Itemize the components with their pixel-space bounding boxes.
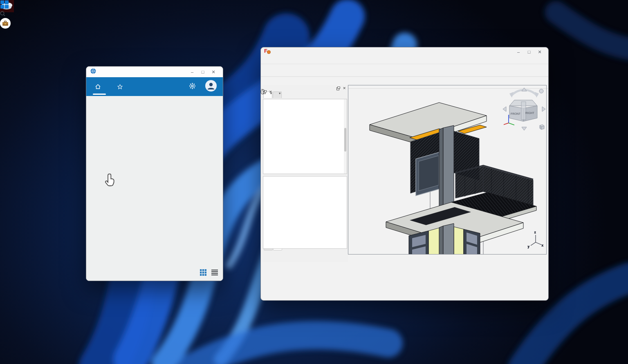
star-icon	[117, 84, 123, 89]
thinfinity-titlebar[interactable]: – □ ✕	[86, 67, 223, 77]
3d-model: FRONT RIGHT z x y	[348, 85, 546, 254]
settings-gear-icon[interactable]	[189, 83, 196, 91]
close-button[interactable]: ✕	[208, 69, 219, 75]
user-avatar[interactable]	[205, 80, 217, 94]
svg-text:z: z	[534, 231, 536, 234]
dimensions-dropdown-icon[interactable]: ▼	[278, 92, 281, 95]
minimize-button[interactable]: –	[513, 49, 524, 55]
search-highlight-icon[interactable]	[0, 18, 11, 29]
close-button[interactable]: ✕	[534, 49, 545, 55]
model-tree	[263, 99, 347, 174]
property-editor	[263, 176, 347, 249]
minimize-button[interactable]: –	[187, 69, 197, 75]
start-button[interactable]	[0, 3, 9, 10]
menu-bar	[261, 56, 548, 64]
thinfinity-logo-icon	[90, 68, 96, 76]
svg-text:RIGHT: RIGHT	[525, 112, 535, 114]
thinfinity-header	[86, 77, 223, 96]
maximize-button[interactable]: □	[524, 49, 534, 55]
thinfinity-window: – □ ✕	[86, 66, 223, 281]
freecad-window: F – □ ✕ ✕	[260, 47, 549, 301]
tab-favorites[interactable]	[114, 77, 129, 96]
svg-text:y: y	[528, 245, 529, 248]
svg-text:x: x	[542, 244, 543, 247]
taskbar-center	[0, 0, 11, 29]
maximize-button[interactable]: □	[197, 69, 208, 75]
tab-home[interactable]	[92, 77, 107, 96]
navigation-cube: FRONT RIGHT	[503, 88, 545, 130]
desktop: – □ ✕	[0, 0, 628, 364]
property-editor-tabs	[264, 249, 282, 250]
tab-data[interactable]	[273, 249, 282, 250]
list-view-icon[interactable]	[211, 270, 218, 277]
status-bar: ▼ ▼	[261, 89, 281, 96]
search-input[interactable]	[0, 11, 11, 29]
grid-view-icon[interactable]	[200, 269, 206, 277]
3d-viewport[interactable]: FRONT RIGHT z x y	[348, 85, 547, 255]
mouse-icon	[261, 89, 265, 94]
tab-view[interactable]	[264, 249, 273, 250]
toolbar-file	[261, 64, 548, 77]
close-panel-icon[interactable]: ✕	[343, 86, 346, 90]
tree-scrollbar[interactable]	[344, 99, 347, 174]
freecad-titlebar[interactable]: F – □ ✕	[261, 47, 548, 56]
float-panel-icon[interactable]	[336, 87, 340, 90]
nav-style-dropdown-icon[interactable]: ▼	[269, 92, 272, 95]
search-icon	[0, 11, 5, 16]
axis-indicator: z x y	[528, 231, 543, 248]
freecad-logo-icon: F	[264, 49, 270, 55]
thinfinity-content	[86, 96, 223, 281]
home-icon	[95, 84, 101, 89]
combo-view-panel: ✕	[262, 85, 348, 262]
svg-text:FRONT: FRONT	[511, 112, 521, 115]
view-toggle	[200, 269, 218, 277]
